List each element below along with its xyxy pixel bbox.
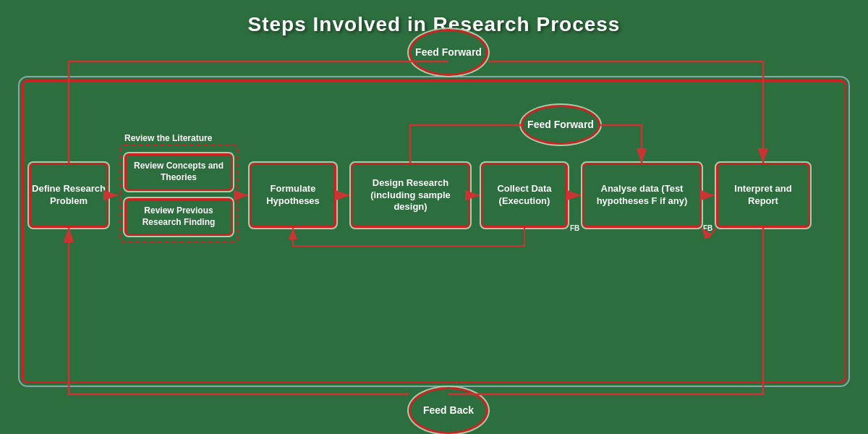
- fb-label-2: FB: [703, 224, 712, 232]
- feed-forward-top-oval: Feed Forward: [409, 29, 488, 76]
- interpret-report-box: Interpret and Report: [716, 163, 810, 228]
- formulate-hypotheses-box: Formulate Hypotheses: [250, 163, 336, 228]
- lit-label: Review the Literature: [124, 133, 212, 143]
- collect-data-box: Collect Data (Execution): [481, 163, 568, 228]
- define-research-problem-box: Define Research Problem: [29, 163, 109, 228]
- review-literature-group: Review the Literature Review Concepts an…: [119, 145, 239, 242]
- review-previous-box: Review Previous Research Finding: [124, 198, 233, 236]
- analyse-data-box: Analyse data (Test hypotheses F if any): [582, 163, 702, 228]
- feed-back-oval: Feed Back: [409, 387, 488, 434]
- review-concepts-box: Review Concepts and Theories: [124, 153, 233, 191]
- diagram-container: Feed Forward Feed Forward Feed Back Defi…: [22, 51, 846, 412]
- design-research-box: Design Research (including sample design…: [351, 163, 470, 228]
- feed-forward-mid-oval: Feed Forward: [521, 105, 600, 145]
- fb-label-1: FB: [570, 224, 579, 232]
